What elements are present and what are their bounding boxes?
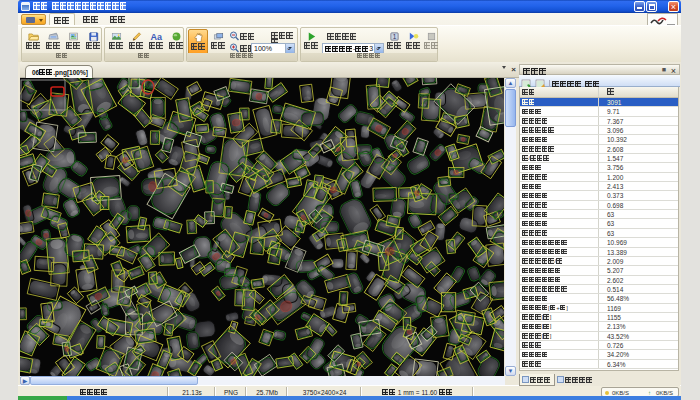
svg-text:1: 1 (392, 33, 396, 40)
